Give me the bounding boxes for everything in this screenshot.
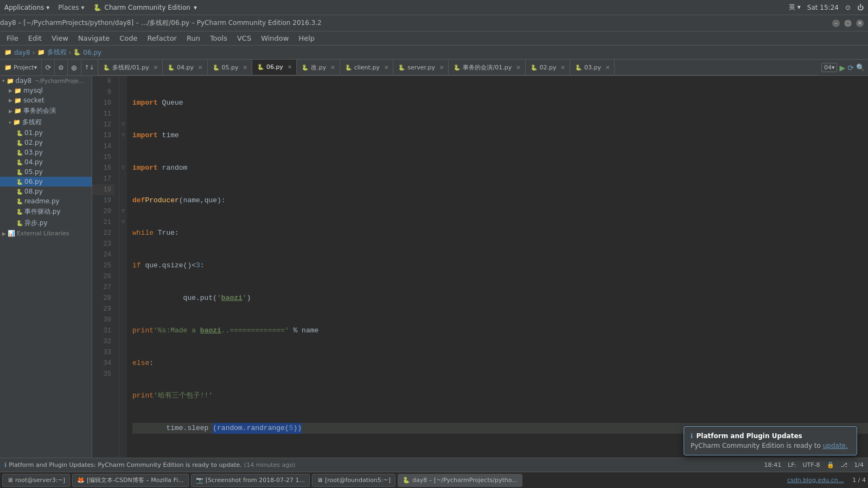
menu-run[interactable]: Run (182, 33, 205, 43)
breadcrumb-folder[interactable]: 多线程 (47, 48, 67, 57)
tab-04py[interactable]: 🐍 04.py ✕ (163, 60, 207, 75)
tree-mysql[interactable]: ▶ 📁 mysql (0, 86, 92, 95)
menu-code[interactable]: Code (115, 33, 142, 43)
menu-file[interactable]: File (2, 33, 23, 43)
menu-refactor[interactable]: Refactor (143, 33, 181, 43)
ln-23: 23 (92, 239, 114, 249)
taskbar-right-link[interactable]: csdn.blog.edu.cn... (787, 477, 844, 484)
tree-duoxiancheng[interactable]: ▾ 📁 多线程 (0, 117, 92, 128)
tab-03py-label: 03.py (584, 64, 601, 71)
applications-menu[interactable]: Applications ▾ (4, 4, 49, 11)
power-icon[interactable]: ⏻ (857, 4, 864, 11)
fold-21[interactable]: ▽ (119, 217, 127, 228)
project-toolbar-btn[interactable]: 📁 Project▾ (0, 60, 42, 75)
code-editor[interactable]: 8 9 10 11 12 13 14 15 16 17 18 19 20 21 … (92, 76, 868, 458)
tab-06py-close[interactable]: ✕ (288, 64, 292, 70)
tree-06py[interactable]: 🐍 06.py (0, 177, 92, 187)
fold-30 (119, 314, 127, 325)
tree-02py[interactable]: 🐍 02.py (0, 138, 92, 147)
code-editor-area[interactable]: 8 9 10 11 12 13 14 15 16 17 18 19 20 21 … (92, 76, 868, 458)
rerun-button[interactable]: ⟳ (847, 63, 854, 72)
tab-05py-close[interactable]: ✕ (243, 65, 247, 70)
task-screenshot[interactable]: 📷 [Screenshot from 2018-07-27 1... (191, 474, 310, 487)
lang-indicator[interactable]: 英 ▾ (789, 3, 801, 12)
tab-03py-icon: 🐍 (575, 63, 582, 71)
notification-popup: ℹ Platform and Plugin Updates PyCharm Co… (684, 426, 857, 455)
tab-shiwu01py-close[interactable]: ✕ (516, 65, 520, 70)
tab-01py[interactable]: 🐍 多线程/01.py ✕ (98, 60, 163, 75)
menu-tools[interactable]: Tools (206, 33, 232, 43)
fold-20[interactable]: ▽ (119, 206, 127, 217)
shijianqudong-label: 事件驱动.py (24, 207, 61, 216)
task-pycharm[interactable]: 🐍 day8 – [~/PycharmProjects/pytho... (398, 474, 522, 487)
tab-clientpy-close[interactable]: ✕ (384, 65, 388, 70)
fold-26 (119, 271, 127, 282)
tab-serverpy-close[interactable]: ✕ (439, 65, 444, 70)
fold-34 (119, 358, 127, 369)
places-menu[interactable]: Places ▾ (58, 4, 84, 11)
tab-06py[interactable]: 🐍 06.py ✕ (252, 60, 297, 75)
breadcrumb-day8[interactable]: day8 (14, 49, 30, 56)
tree-05py[interactable]: 🐍 05.py (0, 167, 92, 177)
tab-01py-close[interactable]: ✕ (154, 65, 158, 70)
tree-08py[interactable]: 🐍 08.py (0, 187, 92, 196)
run-counter[interactable]: 04▾ (821, 63, 838, 72)
fold-12[interactable]: ▽ (119, 119, 127, 130)
tab-03py-close[interactable]: ✕ (605, 65, 610, 70)
05py-label: 05.py (24, 168, 43, 176)
tab-gaipy-close[interactable]: ✕ (330, 65, 335, 70)
tab-03py[interactable]: 🐍 03.py ✕ (570, 60, 615, 75)
tree-shiwu[interactable]: ▶ 📁 事务的会演 (0, 105, 92, 117)
tree-shijianqudongpy[interactable]: 🐍 事件驱动.py (0, 206, 92, 217)
tab-shiwu01py[interactable]: 🐍 事务的会演/01.py ✕ (449, 60, 525, 75)
tree-04py[interactable]: 🐍 04.py (0, 157, 92, 167)
tab-clientpy[interactable]: 🐍 client.py ✕ (340, 60, 394, 75)
day8-folder-icon: 📁 (7, 78, 14, 85)
menu-window[interactable]: Window (257, 33, 293, 43)
tab-02py-close[interactable]: ✕ (561, 65, 565, 70)
tree-03py[interactable]: 🐍 03.py (0, 147, 92, 157)
notification-link[interactable]: update. (823, 442, 848, 450)
add-btn[interactable]: ⊕ (68, 60, 81, 75)
maximize-button[interactable]: □ (844, 20, 852, 27)
notification-body-text: PyCharm Community Edition is ready to (691, 442, 823, 450)
tree-readmepy[interactable]: 🐍 readme.py (0, 196, 92, 206)
tab-05py[interactable]: 🐍 05.py ✕ (208, 60, 252, 75)
pycharm-menu[interactable]: 🐍 Charm Community Edition ▾ (93, 4, 197, 11)
notification-body: PyCharm Community Edition is ready to up… (691, 442, 850, 450)
08py-icon: 🐍 (16, 189, 23, 195)
shiwu-icon: 📁 (14, 107, 22, 114)
01py-label: 01.py (24, 129, 43, 137)
menu-view[interactable]: View (47, 33, 73, 43)
fold-16[interactable]: ▽ (119, 163, 127, 174)
task-foundation5[interactable]: 🖥 [root@foundation5:~] (312, 474, 395, 487)
tree-external-libraries[interactable]: ▶ 📊 External Libraries (0, 229, 92, 238)
task-firefox[interactable]: 🦊 [编辑文本-CSDN博客 – Mozilla Fi... (72, 474, 189, 487)
minimize-button[interactable]: – (832, 20, 840, 27)
task-root-server3[interactable]: 🖥 root@server3:~] (2, 474, 70, 487)
tree-yibupy[interactable]: 🐍 异步.py (0, 217, 92, 229)
datetime-label: Sat 15:24 (807, 4, 839, 11)
tab-02py[interactable]: 🐍 02.py ✕ (526, 60, 570, 75)
tab-04py-close[interactable]: ✕ (198, 65, 202, 70)
tab-serverpy[interactable]: 🐍 server.py ✕ (393, 60, 449, 75)
sort-btn[interactable]: ↑↓ (81, 60, 98, 75)
fold-13[interactable]: ▽ (119, 130, 127, 141)
ln-35: 35 (92, 369, 114, 380)
settings-btn[interactable]: ⚙ (55, 60, 68, 75)
menu-navigate[interactable]: Navigate (74, 33, 114, 43)
breadcrumb-file[interactable]: 06.py (83, 49, 101, 56)
search-button[interactable]: 🔍 (856, 63, 865, 72)
close-button[interactable]: ✕ (856, 20, 864, 27)
menu-help[interactable]: Help (294, 33, 319, 43)
menu-vcs[interactable]: VCS (233, 33, 256, 43)
tree-socket[interactable]: ▶ 📁 socket (0, 95, 92, 105)
tree-01py[interactable]: 🐍 01.py (0, 128, 92, 138)
menu-edit[interactable]: Edit (24, 33, 46, 43)
tree-day8[interactable]: ▾ 📁 day8 ~/PycharmProje... (0, 76, 92, 86)
run-button[interactable]: ▶ (839, 63, 845, 72)
code-content[interactable]: import Queue import time import random d… (127, 76, 868, 458)
status-right: 18:41 LF: UTF-8 🔒 ⎇ 1/4 (764, 461, 864, 468)
refresh-btn[interactable]: ⟳ (42, 60, 55, 75)
tab-gaipy[interactable]: 🐍 改.py ✕ (297, 60, 340, 75)
